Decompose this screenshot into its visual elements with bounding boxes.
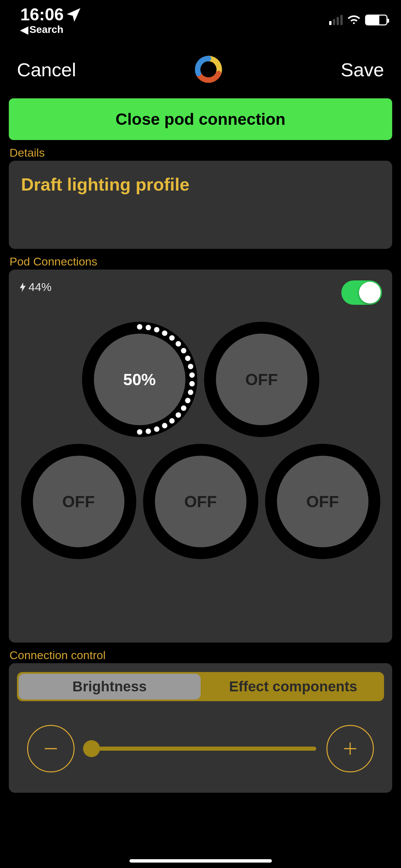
bolt-icon — [19, 282, 26, 292]
pod-dial-3[interactable]: OFF — [21, 444, 136, 559]
plus-icon — [341, 739, 359, 758]
dial-value: OFF — [306, 492, 339, 511]
pod-enable-toggle[interactable] — [341, 280, 382, 305]
tab-brightness[interactable]: Brightness — [19, 674, 201, 699]
section-label-details: Details — [9, 146, 392, 159]
increase-button[interactable] — [326, 725, 374, 772]
app-logo-icon — [193, 54, 224, 85]
tab-effect-components[interactable]: Effect components — [202, 672, 384, 701]
nav-header: Cancel Save — [0, 34, 401, 98]
details-card: Draft lighting profile — [9, 161, 392, 249]
home-indicator[interactable] — [129, 859, 272, 863]
connection-control-card: Brightness Effect components — [9, 663, 392, 793]
dial-value: OFF — [245, 370, 278, 389]
location-arrow-icon — [67, 8, 81, 21]
status-bar: 16:06 ◀ Search — [0, 0, 401, 34]
time-label: 16:06 — [20, 5, 64, 24]
back-label: Search — [29, 24, 63, 35]
pod-dial-2[interactable]: OFF — [204, 322, 319, 437]
slider-thumb[interactable] — [83, 740, 100, 757]
battery-icon — [365, 15, 387, 25]
decrease-button[interactable] — [27, 725, 75, 772]
section-label-pod: Pod Connections — [9, 255, 392, 268]
breadcrumb-back[interactable]: ◀ Search — [20, 24, 81, 36]
cell-signal-icon — [329, 15, 343, 25]
cancel-button[interactable]: Cancel — [17, 59, 76, 81]
toggle-knob — [359, 282, 381, 303]
control-segmented: Brightness Effect components — [17, 672, 384, 701]
pod-connections-card: 44% 50% OFF OFF OFF — [9, 270, 392, 643]
brightness-slider[interactable] — [85, 747, 316, 751]
section-label-control: Connection control — [9, 649, 392, 662]
pod-dial-5[interactable]: OFF — [265, 444, 380, 559]
dial-dots-icon — [82, 322, 197, 437]
pod-dial-1[interactable]: 50% — [82, 322, 197, 437]
pod-dial-4[interactable]: OFF — [143, 444, 258, 559]
dial-value: OFF — [62, 492, 95, 511]
minus-icon — [42, 739, 60, 758]
wifi-icon — [347, 12, 361, 28]
pod-battery-status: 44% — [16, 278, 52, 294]
pod-battery-pct: 44% — [28, 280, 52, 294]
profile-name-field[interactable]: Draft lighting profile — [21, 174, 380, 195]
dial-value: OFF — [184, 492, 217, 511]
chevron-left-icon: ◀ — [20, 24, 28, 36]
save-button[interactable]: Save — [341, 59, 384, 81]
status-time: 16:06 — [20, 5, 81, 24]
close-pod-button[interactable]: Close pod connection — [9, 98, 392, 140]
